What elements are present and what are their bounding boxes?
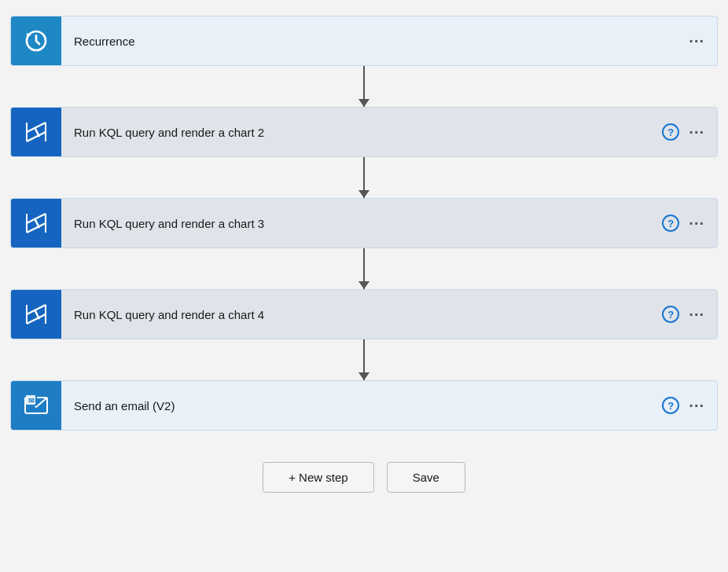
connector-3 bbox=[363, 248, 365, 289]
step-email[interactable]: ✉ Send an email (V2) ? ··· bbox=[10, 380, 718, 431]
step-recurrence[interactable]: Recurrence ··· bbox=[10, 16, 718, 66]
kql3-more-button[interactable]: ··· bbox=[689, 214, 704, 233]
recurrence-icon-bg bbox=[11, 16, 61, 66]
connector-2 bbox=[363, 157, 365, 198]
email-help-button[interactable]: ? bbox=[662, 397, 679, 414]
kql2-actions: ? ··· bbox=[662, 123, 717, 141]
recurrence-label: Recurrence bbox=[61, 35, 689, 48]
step-kql2[interactable]: Run KQL query and render a chart 2 ? ··· bbox=[10, 107, 718, 157]
kql4-icon bbox=[24, 302, 49, 327]
email-icon-bg: ✉ bbox=[11, 380, 61, 431]
email-more-button[interactable]: ··· bbox=[689, 397, 704, 415]
email-icon: ✉ bbox=[24, 393, 49, 418]
email-label: Send an email (V2) bbox=[61, 399, 662, 412]
recurrence-more-button[interactable]: ··· bbox=[689, 32, 704, 50]
recurrence-icon bbox=[24, 28, 49, 53]
kql4-more-button[interactable]: ··· bbox=[689, 306, 704, 324]
kql3-label: Run KQL query and render a chart 3 bbox=[61, 217, 662, 230]
kql4-icon-bg bbox=[11, 289, 61, 339]
kql2-help-button[interactable]: ? bbox=[662, 123, 679, 141]
new-step-button[interactable]: + New step bbox=[263, 462, 373, 493]
kql2-more-button[interactable]: ··· bbox=[689, 123, 704, 141]
recurrence-actions: ··· bbox=[689, 32, 717, 50]
kql4-actions: ? ··· bbox=[662, 306, 717, 324]
step-kql4[interactable]: Run KQL query and render a chart 4 ? ··· bbox=[10, 289, 718, 339]
step-kql3[interactable]: Run KQL query and render a chart 3 ? ··· bbox=[10, 198, 718, 248]
connector-4 bbox=[363, 339, 365, 380]
email-actions: ? ··· bbox=[662, 397, 717, 415]
kql3-icon bbox=[24, 211, 49, 236]
flow-container: Recurrence ··· Run KQL query and render … bbox=[10, 16, 718, 493]
svg-text:✉: ✉ bbox=[28, 397, 35, 405]
connector-1 bbox=[363, 66, 365, 107]
kql2-icon bbox=[24, 119, 49, 145]
save-button[interactable]: Save bbox=[387, 462, 465, 493]
kql4-help-button[interactable]: ? bbox=[662, 306, 679, 323]
kql4-label: Run KQL query and render a chart 4 bbox=[61, 308, 662, 321]
kql2-icon-bg bbox=[11, 107, 61, 157]
kql3-help-button[interactable]: ? bbox=[662, 214, 679, 232]
bottom-actions: + New step Save bbox=[263, 462, 465, 493]
kql3-icon-bg bbox=[11, 198, 61, 248]
kql2-label: Run KQL query and render a chart 2 bbox=[61, 126, 662, 139]
kql3-actions: ? ··· bbox=[662, 214, 717, 233]
